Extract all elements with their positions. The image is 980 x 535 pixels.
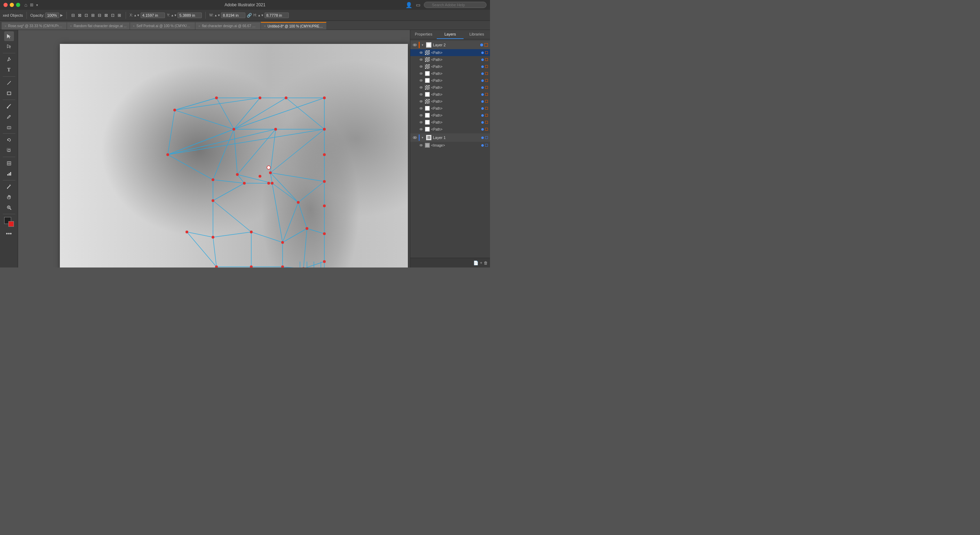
- minimize-button[interactable]: [10, 3, 14, 7]
- layer-2-visibility-toggle[interactable]: [412, 43, 417, 47]
- tab-2[interactable]: ×Self Portrait.ai @ 100 % (CMYK/Pr...: [130, 22, 195, 30]
- line-tool[interactable]: [4, 78, 14, 88]
- link-icon[interactable]: 🔗: [247, 13, 252, 18]
- rotate-tool[interactable]: [4, 135, 14, 145]
- path1-dot-blue: [481, 51, 484, 54]
- layer-item-path6[interactable]: <Path>: [410, 84, 490, 91]
- fill-stroke-colors[interactable]: [4, 217, 14, 227]
- align-bottom-icon[interactable]: ⊠: [103, 12, 109, 18]
- close-button[interactable]: [3, 3, 8, 7]
- layer-1-header[interactable]: ▼ 🖼 Layer 1: [410, 133, 490, 142]
- layer-item-path3[interactable]: <Path>: [410, 63, 490, 70]
- layer-item-path12[interactable]: <Path>: [410, 126, 490, 133]
- layer-item-path11[interactable]: <Path>: [410, 119, 490, 126]
- opacity-arrow-icon[interactable]: ▶: [60, 13, 63, 17]
- image1-dot-blue: [481, 144, 484, 147]
- path10-visibility[interactable]: [418, 113, 423, 118]
- eraser-tool[interactable]: [4, 122, 14, 132]
- layer-2-expand-icon[interactable]: ▼: [421, 43, 425, 47]
- layer-item-path4[interactable]: <Path>: [410, 70, 490, 77]
- path1-visibility[interactable]: [418, 50, 423, 55]
- type-tool[interactable]: T: [4, 65, 14, 75]
- direct-select-tool[interactable]: [4, 42, 14, 51]
- layer-item-path5[interactable]: <Path>: [410, 77, 490, 84]
- align-top-icon[interactable]: ⊞: [90, 12, 96, 18]
- layer-2-header[interactable]: ▼ Layer 2: [410, 41, 490, 49]
- hand-tool[interactable]: [4, 192, 14, 202]
- align-right-icon[interactable]: ⊡: [84, 12, 89, 18]
- layer-item-path8[interactable]: <Path>: [410, 98, 490, 105]
- rect-tool[interactable]: [4, 88, 14, 98]
- selection-tool[interactable]: [4, 31, 14, 41]
- delete-layer-icon[interactable]: 🗑: [484, 260, 488, 265]
- path12-visibility[interactable]: [418, 127, 423, 132]
- scale-tool[interactable]: [4, 145, 14, 155]
- path7-visibility[interactable]: [418, 92, 423, 97]
- path8-thumb: [425, 99, 430, 104]
- tab-4[interactable]: ×Untitled-8* @ 100 % (CMYK/PREVIEW): [261, 22, 326, 30]
- path8-visibility[interactable]: [418, 99, 423, 104]
- x-value[interactable]: 4.1597 in: [141, 13, 165, 18]
- mesh-tool[interactable]: [4, 158, 14, 168]
- grid-view-icon[interactable]: ⊞: [30, 2, 33, 7]
- path5-visibility[interactable]: [418, 78, 423, 83]
- home-icon[interactable]: ⌂: [24, 2, 27, 8]
- layer-item-path10[interactable]: <Path>: [410, 112, 490, 119]
- path6-visibility[interactable]: [418, 85, 423, 90]
- make-sublayer-icon[interactable]: 📄: [473, 260, 479, 265]
- stroke-color[interactable]: [8, 221, 14, 227]
- layer-item-path2[interactable]: <Path>: [410, 56, 490, 63]
- document-tabs: ×Rose.svg* @ 33.33 % (CMYK/Prev...×Rando…: [0, 21, 490, 30]
- image1-visibility[interactable]: [418, 143, 423, 148]
- tab-close-2[interactable]: ×: [133, 24, 135, 28]
- dropdown-icon[interactable]: ▾: [36, 3, 38, 7]
- layer-item-path9[interactable]: <Path>: [410, 105, 490, 112]
- tab-properties[interactable]: Properties: [410, 30, 437, 39]
- path6-name: <Path>: [431, 86, 480, 89]
- layer-1-expand-icon[interactable]: ▼: [421, 136, 425, 139]
- align-left-icon[interactable]: ⊟: [70, 12, 76, 18]
- create-new-layer-icon[interactable]: +: [480, 260, 482, 265]
- path3-visibility[interactable]: [418, 64, 423, 69]
- path10-thumb: [425, 113, 430, 118]
- path2-visibility[interactable]: [418, 57, 423, 62]
- tab-3[interactable]: ×flat character design.ai @ 66.67 %...: [195, 22, 261, 30]
- paintbrush-tool[interactable]: [4, 101, 14, 111]
- w-value[interactable]: 8.8194 in: [221, 13, 245, 18]
- align-center-h-icon[interactable]: ⊠: [77, 12, 83, 18]
- user-icon[interactable]: 👤: [406, 2, 412, 8]
- layer-item-path1[interactable]: <Path>: [410, 49, 490, 56]
- path4-thumb: [425, 71, 430, 76]
- distribute-h-icon[interactable]: ⊡: [110, 12, 116, 18]
- tab-close-0[interactable]: ×: [5, 24, 6, 28]
- more-tools[interactable]: •••: [4, 229, 14, 239]
- tab-close-3[interactable]: ×: [198, 24, 200, 28]
- tab-layers[interactable]: Layers: [437, 30, 463, 39]
- distribute-v-icon[interactable]: ⊞: [116, 12, 122, 18]
- pencil-tool[interactable]: [4, 112, 14, 121]
- tab-libraries[interactable]: Libraries: [463, 30, 490, 39]
- pen-tool[interactable]: [4, 55, 14, 64]
- eyedropper-tool[interactable]: [4, 182, 14, 192]
- align-middle-v-icon[interactable]: ⊟: [97, 12, 102, 18]
- canvas-area[interactable]: [18, 30, 410, 267]
- layer-item-path7[interactable]: <Path>: [410, 91, 490, 98]
- layer-item-image1[interactable]: <Image>: [410, 142, 490, 149]
- tab-0[interactable]: ×Rose.svg* @ 33.33 % (CMYK/Prev...: [2, 22, 67, 30]
- maximize-button[interactable]: [16, 3, 20, 7]
- chart-tool[interactable]: [4, 169, 14, 179]
- arrange-icon[interactable]: ▭: [416, 2, 420, 8]
- opacity-value[interactable]: 100%: [45, 13, 59, 18]
- path4-visibility[interactable]: [418, 71, 423, 76]
- path11-visibility[interactable]: [418, 120, 423, 125]
- layer-1-visibility-toggle[interactable]: [412, 135, 417, 140]
- h-value[interactable]: 8.7778 in: [264, 13, 289, 18]
- svg-point-145: [414, 137, 415, 138]
- zoom-tool[interactable]: [4, 203, 14, 212]
- search-input[interactable]: [424, 2, 487, 8]
- path9-visibility[interactable]: [418, 106, 423, 111]
- tab-close-4[interactable]: ×: [264, 24, 266, 28]
- tab-close-1[interactable]: ×: [70, 24, 72, 28]
- tab-1[interactable]: ×Random flat character design.ai ...: [67, 22, 130, 30]
- y-value[interactable]: 5.3889 in: [178, 13, 202, 18]
